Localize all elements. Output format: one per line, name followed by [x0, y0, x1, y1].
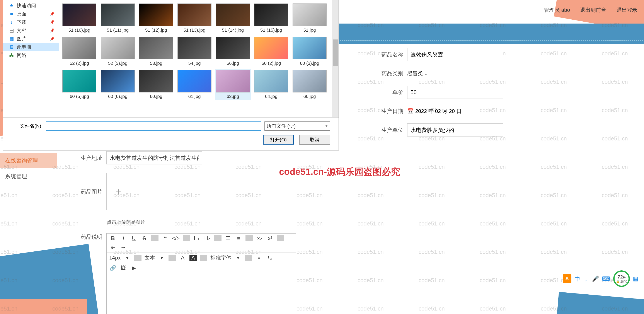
- nav-item-文档[interactable]: ▤文档📌: [3, 26, 59, 35]
- thumbnail-item[interactable]: 56.jpg: [215, 36, 251, 67]
- ime-indicator[interactable]: 中: [574, 275, 580, 282]
- thumbnail-image: [62, 37, 96, 59]
- nav-item-网络[interactable]: 🖧网络: [3, 51, 59, 60]
- ol-icon[interactable]: ☰: [224, 235, 232, 242]
- thumbnail-item[interactable]: 60 (3).jpg: [292, 36, 328, 67]
- sidebar-item-system[interactable]: 系统管理: [0, 168, 57, 184]
- thumbnail-item[interactable]: 60 (5).jpg: [61, 69, 98, 100]
- watermark: code51.cn: [418, 305, 445, 312]
- cancel-button[interactable]: 取消: [299, 135, 330, 144]
- thumbnail-item[interactable]: 60.jpg: [138, 69, 174, 100]
- thumbnail-item[interactable]: 52 (3).jpg: [100, 36, 136, 67]
- link-icon[interactable]: 🔗: [109, 265, 117, 271]
- grid-icon[interactable]: ▦: [633, 276, 638, 282]
- separator: [134, 255, 142, 261]
- scrollbar[interactable]: [332, 0, 338, 117]
- upload-button[interactable]: +: [106, 173, 130, 210]
- upload-hint: 点击上传药品图片: [107, 219, 296, 226]
- font-size-select[interactable]: 14px: [109, 255, 120, 261]
- chevron-down-icon: ⌄: [424, 72, 428, 76]
- date-input[interactable]: 📅 2022 年 02 月 20 日: [407, 108, 462, 115]
- h1-icon[interactable]: H₁: [193, 235, 200, 242]
- thumbnail-item[interactable]: 51 (15).jpg: [253, 2, 289, 34]
- thumbnail-item[interactable]: 51.jpg: [292, 2, 328, 34]
- unit-input[interactable]: [407, 124, 503, 136]
- sidebar-item-consult[interactable]: 在线咨询管理: [0, 153, 57, 168]
- admin-label[interactable]: 管理员 abo: [544, 7, 570, 13]
- nav-label: 桌面: [17, 11, 26, 17]
- mic-icon[interactable]: 🎤: [592, 276, 599, 282]
- open-button[interactable]: 打开(O): [263, 135, 294, 144]
- thumbnail-item[interactable]: 52 (2).jpg: [61, 36, 98, 67]
- filename-label: 文件名(N):: [12, 123, 42, 129]
- ul-icon[interactable]: ≡: [235, 235, 242, 242]
- indent-right-icon[interactable]: ⇥: [120, 244, 127, 250]
- thumbnail-item[interactable]: 60 (2).jpg: [253, 36, 289, 67]
- font-family-select[interactable]: 标准字体: [210, 254, 231, 261]
- editor-toolbar-3: 🔗 🖼 ▶: [106, 263, 296, 273]
- image-icon[interactable]: 🖼: [120, 265, 127, 271]
- separator: [277, 235, 284, 242]
- align-icon[interactable]: ≡: [255, 255, 263, 261]
- dialog-nav: ★快速访问■桌面📌↓下载📌▤文档📌▧图片📌🖥此电脑🖧网络: [3, 0, 59, 117]
- punct-icon[interactable]: ，: [583, 275, 589, 282]
- bg-color-icon[interactable]: A: [190, 255, 197, 261]
- thumbnail-item[interactable]: 64.jpg: [253, 69, 289, 100]
- quote-icon[interactable]: ❝: [162, 235, 169, 242]
- sub-icon[interactable]: x₂: [256, 235, 263, 242]
- thumbnail-item[interactable]: 51 (13).jpg: [176, 2, 212, 34]
- nav-label: 网络: [17, 52, 26, 59]
- picture-icon: ▧: [8, 36, 14, 42]
- nav-item-此电脑[interactable]: 🖥此电脑: [3, 43, 59, 51]
- sup-icon[interactable]: x²: [266, 235, 274, 242]
- calendar-icon: 📅: [407, 108, 414, 114]
- editor-content[interactable]: [106, 273, 296, 314]
- thumbnail-image: [101, 37, 135, 59]
- nav-item-桌面[interactable]: ■桌面📌: [3, 10, 59, 18]
- watermark: code51.cn: [418, 248, 445, 255]
- thumbnail-filename: 60 (5).jpg: [70, 94, 89, 99]
- price-input[interactable]: [407, 86, 503, 99]
- video-icon[interactable]: ▶: [130, 265, 138, 271]
- underline-icon[interactable]: U: [130, 235, 138, 242]
- thumbnail-filename: 51 (10).jpg: [68, 28, 90, 33]
- thumbnail-item[interactable]: 51 (12).jpg: [138, 2, 174, 34]
- filename-input[interactable]: [46, 122, 261, 130]
- thumbnail-item[interactable]: 60 (6).jpg: [100, 69, 136, 100]
- indent-left-icon[interactable]: ⇤: [109, 244, 117, 250]
- nav-item-下载[interactable]: ↓下载📌: [3, 18, 59, 26]
- code-icon[interactable]: </>: [172, 235, 180, 242]
- scrollbar-thumb[interactable]: [333, 40, 338, 66]
- thumbnail-item[interactable]: 61.jpg: [176, 69, 212, 100]
- watermark: code51.cn: [480, 305, 506, 312]
- sogou-icon[interactable]: S: [563, 274, 572, 283]
- thumbnail-item[interactable]: 62.jpg: [215, 69, 251, 100]
- thumbnail-item[interactable]: 54.jpg: [176, 36, 212, 67]
- logout-link[interactable]: 退出登录: [616, 7, 638, 13]
- strike-icon[interactable]: S: [140, 235, 148, 242]
- watermark: code51.cn: [296, 220, 323, 227]
- thumbnail-item[interactable]: 53.jpg: [138, 36, 174, 67]
- perf-widget[interactable]: 72% 🔒 28°C: [613, 270, 630, 287]
- thumbnail-item[interactable]: 66.jpg: [292, 69, 328, 100]
- nav-item-快速访问[interactable]: ★快速访问: [3, 2, 59, 10]
- bold-icon[interactable]: B: [109, 235, 117, 242]
- thumbnail-item[interactable]: 51 (10).jpg: [61, 2, 98, 34]
- keyboard-icon[interactable]: ⌨: [602, 276, 610, 282]
- filter-select[interactable]: 所有文件 (*.*) ▾: [264, 122, 330, 130]
- nav-item-图片[interactable]: ▧图片📌: [3, 35, 59, 43]
- font-color-icon[interactable]: A: [179, 255, 186, 261]
- thumbnail-item[interactable]: 51 (11).jpg: [100, 2, 136, 34]
- exit-front-link[interactable]: 退出到前台: [580, 7, 606, 13]
- watermark-main: code51.cn-源码乐园盗图必究: [279, 166, 400, 178]
- thumbnail-image: [216, 70, 250, 92]
- name-input[interactable]: [407, 48, 503, 61]
- thumbnail-filename: 54.jpg: [188, 60, 200, 66]
- font-style-select[interactable]: 文本: [144, 254, 155, 261]
- address-input[interactable]: [106, 151, 202, 164]
- italic-icon[interactable]: I: [120, 235, 127, 242]
- category-select[interactable]: 感冒类 ⌄: [407, 70, 428, 77]
- h2-icon[interactable]: H₂: [204, 235, 211, 242]
- clear-format-icon[interactable]: Tₓ: [266, 255, 273, 261]
- thumbnail-item[interactable]: 51 (14).jpg: [215, 2, 251, 34]
